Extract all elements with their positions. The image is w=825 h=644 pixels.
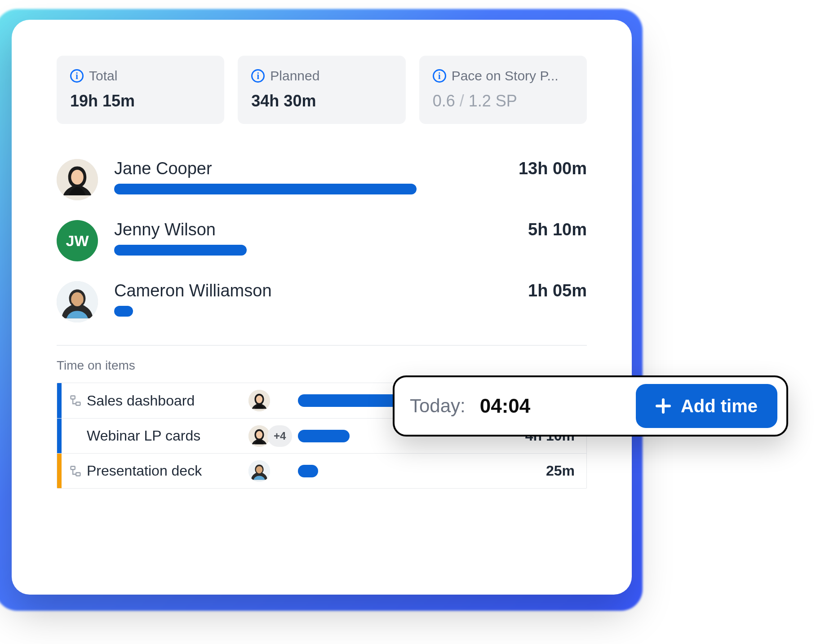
svg-point-9 — [256, 431, 262, 438]
subtask-icon — [68, 394, 83, 407]
person-name: Jane Cooper — [114, 159, 212, 178]
person-name: Cameron Williamson — [114, 281, 272, 300]
person-time: 13h 00m — [519, 159, 587, 178]
stat-value-pace: 0.6/1.2 SP — [433, 92, 573, 110]
add-time-button[interactable]: Add time — [636, 384, 777, 428]
avatar — [57, 281, 98, 322]
person-row[interactable]: Jane Cooper13h 00m — [57, 149, 587, 210]
today-label: Today: — [410, 395, 466, 417]
avatar: JW — [57, 220, 98, 261]
item-name: Webinar LP cards — [87, 428, 248, 444]
pace-current: 0.6 — [433, 92, 455, 110]
people-list: Jane Cooper13h 00mJWJenny Wilson5h 10mCa… — [57, 149, 587, 332]
progress-bar — [114, 184, 587, 194]
item-time: 25m — [442, 463, 586, 479]
item-color-bar — [57, 383, 62, 418]
today-pill: Today: 04:04 Add time — [393, 375, 788, 437]
avatar — [248, 390, 270, 411]
svg-rect-11 — [76, 472, 80, 476]
stat-card-planned[interactable]: i Planned 34h 30m — [238, 56, 405, 124]
add-time-label: Add time — [681, 396, 758, 416]
item-progress — [298, 465, 442, 477]
more-count-badge: +4 — [267, 425, 292, 447]
progress-bar — [114, 245, 587, 256]
item-avatars — [248, 390, 298, 411]
time-report-panel: i Total 19h 15m i Planned 34h 30m i Pace… — [12, 20, 632, 595]
stat-label: Total — [89, 68, 117, 84]
svg-rect-5 — [76, 402, 80, 406]
subtask-icon — [68, 465, 83, 477]
stat-card-pace[interactable]: i Pace on Story P... 0.6/1.2 SP — [419, 56, 587, 124]
avatar — [248, 425, 270, 447]
item-avatars — [248, 460, 298, 482]
svg-rect-4 — [71, 396, 75, 399]
svg-point-1 — [71, 170, 84, 185]
info-icon: i — [70, 69, 84, 83]
item-color-bar — [57, 419, 62, 453]
item-color-bar — [57, 454, 62, 488]
person-time: 1h 05m — [528, 281, 587, 300]
stat-label: Pace on Story P... — [452, 68, 559, 84]
info-icon: i — [251, 69, 265, 83]
person-name: Jenny Wilson — [114, 220, 216, 239]
plus-icon — [656, 398, 671, 414]
info-icon: i — [433, 69, 446, 83]
item-row[interactable]: Presentation deck25m — [57, 453, 586, 488]
person-row[interactable]: Cameron Williamson1h 05m — [57, 271, 587, 332]
svg-point-7 — [256, 395, 262, 403]
avatar — [57, 159, 98, 200]
items-section-title: Time on items — [57, 358, 587, 373]
stats-row: i Total 19h 15m i Planned 34h 30m i Pace… — [57, 56, 587, 124]
item-name: Sales dashboard — [87, 393, 248, 409]
stat-value-total: 19h 15m — [70, 92, 211, 110]
progress-bar — [114, 306, 587, 317]
person-row[interactable]: JWJenny Wilson5h 10m — [57, 210, 587, 271]
avatar — [248, 460, 270, 482]
stat-value-planned: 34h 30m — [251, 92, 392, 110]
item-avatars: +4 — [248, 425, 298, 447]
person-time: 5h 10m — [528, 220, 587, 239]
svg-rect-10 — [71, 466, 75, 469]
stat-label: Planned — [270, 68, 319, 84]
pace-target: 1.2 SP — [469, 92, 517, 110]
today-time: 04:04 — [480, 395, 625, 417]
stat-card-total[interactable]: i Total 19h 15m — [57, 56, 224, 124]
pace-separator: / — [460, 92, 464, 110]
item-name: Presentation deck — [87, 463, 248, 479]
divider — [57, 345, 587, 346]
